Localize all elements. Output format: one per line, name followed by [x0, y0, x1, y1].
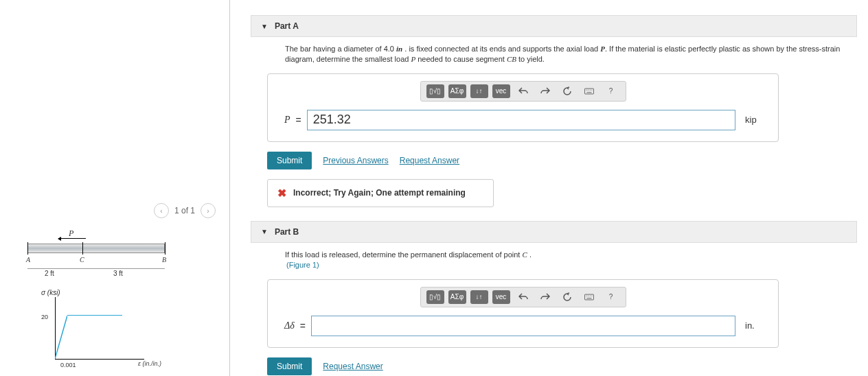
- pager-prev-button[interactable]: ‹: [154, 203, 169, 218]
- reset-button[interactable]: [558, 290, 576, 304]
- equals-sign: =: [300, 320, 306, 331]
- vector-button[interactable]: vec: [492, 290, 510, 304]
- bar-diagram: P A C B 2 ft 3 ft: [27, 230, 165, 278]
- chart-xlabel: ε (in./in.): [138, 360, 161, 367]
- dim-line-1: [27, 268, 82, 269]
- bar-body: [27, 244, 165, 253]
- chart-xaxis: [55, 359, 144, 360]
- part-a-unit: kip: [741, 115, 762, 125]
- greek-button[interactable]: ΑΣφ: [448, 290, 466, 304]
- label-B: B: [162, 256, 166, 263]
- svg-rect-1: [584, 89, 593, 94]
- part-a-feedback-text: Incorrect; Try Again; One attempt remain…: [293, 188, 466, 198]
- part-a-var-label: P: [284, 115, 290, 126]
- part-b-header[interactable]: ▼ Part B: [251, 221, 857, 243]
- support-A-tick: [27, 242, 28, 255]
- label-C: C: [80, 256, 84, 263]
- part-a-answer-box: ▯√▯ ΑΣφ ↓↑ vec ? P = kip: [267, 73, 779, 142]
- reset-button[interactable]: [558, 84, 576, 98]
- svg-line-0: [55, 316, 67, 359]
- part-b-answer-input[interactable]: [311, 316, 735, 336]
- greek-button[interactable]: ΑΣφ: [448, 84, 466, 98]
- part-b-prompt: If this load is released, determine the …: [251, 243, 857, 275]
- vector-button[interactable]: vec: [492, 84, 510, 98]
- pager-label: 1 of 1: [174, 206, 195, 215]
- part-a-header[interactable]: ▼ Part A: [251, 15, 857, 37]
- equation-toolbar: ▯√▯ ΑΣφ ↓↑ vec ?: [420, 81, 626, 102]
- chart-elastic-segment: [55, 316, 67, 359]
- subscript-button[interactable]: ↓↑: [470, 290, 488, 304]
- redo-button[interactable]: [536, 84, 554, 98]
- load-P-label: P: [69, 228, 73, 239]
- help-button[interactable]: ?: [602, 290, 620, 304]
- dim-line-2: [82, 268, 165, 269]
- part-b-request-answer-link[interactable]: Request Answer: [323, 362, 382, 371]
- pager-next-button[interactable]: ›: [201, 203, 216, 218]
- part-b-var-label: Δδ: [284, 320, 295, 331]
- part-b-answer-box: ▯√▯ ΑΣφ ↓↑ vec ? Δδ = in.: [267, 279, 779, 348]
- incorrect-icon: ✖: [277, 187, 286, 200]
- chart-xtick-0001: 0.001: [60, 362, 76, 368]
- chart-ytick-20: 20: [41, 314, 48, 320]
- undo-button[interactable]: [514, 84, 532, 98]
- undo-button[interactable]: [514, 290, 532, 304]
- support-B-tick: [165, 242, 165, 255]
- part-a-title: Part A: [275, 21, 299, 31]
- part-b-unit: in.: [741, 320, 762, 331]
- part-b-title: Part B: [275, 227, 299, 237]
- equals-sign: =: [296, 115, 301, 126]
- stress-strain-chart: σ (ksi) ε (in./in.) 20 0.001: [34, 292, 158, 374]
- caret-down-icon: ▼: [261, 228, 268, 235]
- dim-2: 3 ft: [113, 270, 123, 277]
- caret-down-icon: ▼: [261, 23, 268, 30]
- equation-toolbar-b: ▯√▯ ΑΣφ ↓↑ vec ?: [420, 287, 626, 307]
- part-a-submit-button[interactable]: Submit: [267, 152, 312, 169]
- load-arrow-icon: [58, 238, 86, 239]
- part-b-submit-button[interactable]: Submit: [267, 357, 312, 375]
- part-a-previous-answers-link[interactable]: Previous Answers: [323, 156, 388, 165]
- part-a-request-answer-link[interactable]: Request Answer: [400, 156, 459, 165]
- part-a-prompt: The bar having a diameter of 4.0 in . is…: [251, 37, 857, 69]
- svg-rect-7: [584, 294, 593, 300]
- figure-pager: ‹ 1 of 1 ›: [154, 203, 216, 218]
- label-A: A: [26, 256, 30, 263]
- chart-plastic-segment: [67, 315, 122, 316]
- part-a-answer-input[interactable]: [307, 110, 735, 130]
- templates-button[interactable]: ▯√▯: [426, 84, 444, 98]
- figure-1-link[interactable]: (Figure 1): [285, 261, 319, 269]
- dim-1: 2 ft: [45, 270, 54, 277]
- subscript-button[interactable]: ↓↑: [470, 84, 488, 98]
- point-C-tick: [82, 242, 83, 255]
- chart-ylabel: σ (ksi): [41, 289, 60, 296]
- part-a-feedback: ✖ Incorrect; Try Again; One attempt rema…: [267, 179, 494, 207]
- help-button[interactable]: ?: [602, 84, 620, 98]
- keyboard-button[interactable]: [580, 290, 598, 304]
- redo-button[interactable]: [536, 290, 554, 304]
- keyboard-button[interactable]: [580, 84, 598, 98]
- templates-button[interactable]: ▯√▯: [426, 290, 444, 304]
